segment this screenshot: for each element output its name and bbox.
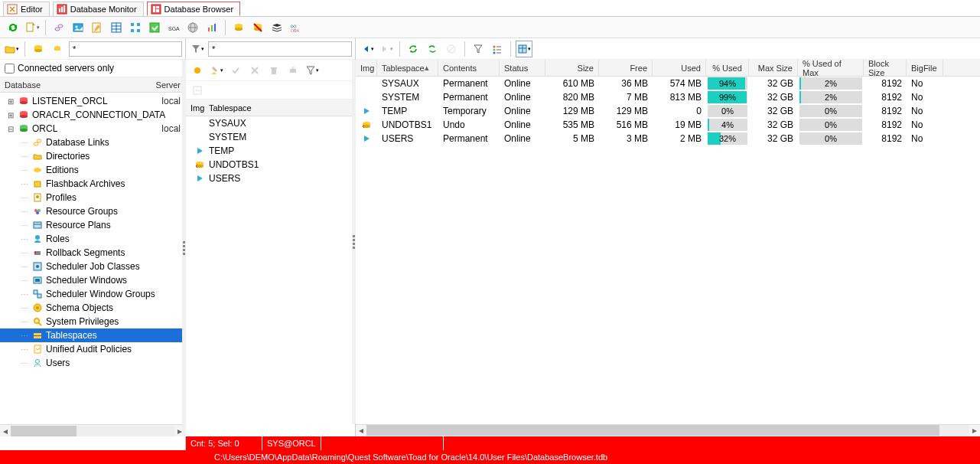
grid-header-cell[interactable]: BigFile — [907, 60, 943, 77]
tab-db-monitor[interactable]: Database Monitor — [53, 2, 144, 16]
role-icon — [31, 233, 44, 245]
table-row[interactable]: TEMPTemporaryOnline129 MB129 MB00%32 GB0… — [356, 104, 980, 118]
svg-rect-21 — [131, 29, 134, 32]
db-small-icon[interactable] — [31, 41, 47, 57]
image-icon[interactable] — [70, 19, 86, 36]
grid-view-icon[interactable]: ▾ — [516, 41, 532, 57]
mid-header-img[interactable]: Img — [186, 103, 209, 113]
marker-icon[interactable] — [189, 62, 206, 79]
tab-editor[interactable]: Editor — [3, 2, 50, 16]
database-tree[interactable]: ⊞LISTENER_ORCLlocal⊞ORACLR_CONNECTION_DA… — [0, 93, 185, 424]
tree-node[interactable]: ⋯Database Links — [0, 136, 185, 149]
grid-header-cell[interactable]: Contents — [438, 60, 500, 77]
edit-icon[interactable] — [89, 19, 106, 36]
tree-node[interactable]: ⊞ORACLR_CONNECTION_DATA — [0, 108, 185, 122]
tree-node[interactable]: ⋯System Privileges — [0, 315, 185, 328]
grid-header-cell[interactable]: Used — [653, 60, 706, 77]
broom-icon[interactable]: ▾ — [208, 62, 225, 79]
tree-twisty[interactable]: ⊞ — [6, 97, 15, 106]
tree-node[interactable]: ⊟ORCLlocal — [0, 122, 185, 136]
connected-only-checkbox[interactable] — [5, 64, 15, 74]
mid-header-ts[interactable]: Tablespace — [209, 103, 252, 113]
grid-cell: SYSTEM — [377, 90, 438, 104]
tree-node[interactable]: ⊞LISTENER_ORCLlocal — [0, 94, 185, 108]
new-doc-icon[interactable]: ▾ — [24, 19, 41, 36]
refresh-grid-icon[interactable] — [405, 41, 422, 57]
table-row[interactable]: SYSTEMPermanentOnline820 MB7 MB813 MB99%… — [356, 90, 980, 104]
tree-node[interactable]: ⋯Scheduler Windows — [0, 273, 185, 287]
table-row[interactable]: UNDOTBS1UndoOnline535 MB516 MB19 MB4%32 … — [356, 118, 980, 132]
table-row[interactable]: USERSPermanentOnline5 MB3 MB2 MB32%32 GB… — [356, 132, 980, 145]
left-splitter[interactable] — [182, 60, 186, 436]
grid-header-cell[interactable]: % Used of Max — [798, 60, 864, 77]
tree-twisty[interactable]: ⊞ — [6, 111, 15, 119]
tree-node[interactable]: ⋯Scheduler Job Classes — [0, 260, 185, 273]
grid-header-cell[interactable]: Block Size — [864, 60, 907, 77]
refresh-icon[interactable] — [5, 19, 21, 36]
tree-node[interactable]: ⋯Roles — [0, 232, 185, 246]
tree-icon[interactable] — [127, 19, 144, 36]
funnel-icon[interactable] — [470, 41, 487, 57]
tree-node-label: Schema Objects — [46, 302, 113, 313]
db-mini-icon[interactable] — [50, 41, 66, 57]
grid-header-cell[interactable]: Tablespace ▴ — [377, 60, 438, 77]
tree-node[interactable]: ⋯Flashback Archives — [0, 177, 185, 191]
tree-node[interactable]: ⋯Profiles — [0, 191, 185, 204]
tree-node[interactable]: ⋯Schema Objects — [0, 301, 185, 315]
table-icon[interactable] — [108, 19, 125, 36]
tablespace-grid[interactable]: ImgTablespace ▴ContentsStatusSizeFreeUse… — [356, 60, 980, 424]
tab-db-browser[interactable]: Database Browser — [147, 2, 241, 16]
svg-point-80 — [194, 67, 200, 74]
list-item[interactable]: USERS — [186, 172, 355, 185]
globe-icon[interactable] — [184, 19, 201, 36]
mid-filter-input[interactable] — [208, 41, 352, 57]
grid-cell — [356, 132, 377, 145]
open-folder-icon[interactable]: ▾ — [3, 41, 19, 57]
tree-node[interactable]: ⋯Scheduler Window Groups — [0, 287, 185, 301]
tree-header-col2[interactable]: Server — [156, 80, 181, 90]
tree-node[interactable]: ⋯Users — [0, 356, 185, 370]
list-item[interactable]: UNDOTBS1 — [186, 158, 355, 172]
grid-header-cell[interactable]: % Used — [706, 60, 749, 77]
grid-cell: 2 MB — [653, 132, 706, 145]
filter-funnel-icon[interactable]: ▾ — [189, 41, 206, 57]
refresh-all-icon[interactable] — [424, 41, 441, 57]
disconnect-icon[interactable] — [249, 19, 266, 36]
sga-icon[interactable]: SGA — [165, 19, 182, 36]
table-row[interactable]: SYSAUXPermanentOnline610 MB36 MB574 MB94… — [356, 77, 980, 90]
chart-icon[interactable] — [203, 19, 220, 36]
grid-header-cell[interactable]: Img — [356, 60, 377, 77]
separator — [45, 20, 46, 35]
list-item[interactable]: SYSTEM — [186, 130, 355, 144]
tablespace-list[interactable]: SYSAUXSYSTEMTEMPUNDOTBS1USERS — [186, 116, 355, 436]
list-view-icon[interactable] — [489, 41, 506, 57]
tree-node[interactable]: ⋯Rollback Segments — [0, 246, 185, 260]
extract-icon[interactable] — [146, 19, 163, 36]
back-icon[interactable]: ▾ — [359, 41, 376, 57]
left-hscroll[interactable]: ◂ ▸ — [0, 424, 185, 436]
grid-header-cell[interactable]: Max Size — [749, 60, 798, 77]
connect-icon[interactable] — [230, 19, 247, 36]
grid-header-cell[interactable]: Size — [545, 60, 599, 77]
list-item[interactable]: TEMP — [186, 144, 355, 158]
left-filter-input[interactable] — [69, 41, 182, 57]
ora-icon[interactable]: (x)ORA — [288, 19, 304, 36]
tree-twisty[interactable]: ⊟ — [6, 125, 15, 133]
filter2-icon[interactable]: ▾ — [304, 62, 321, 79]
tree-node[interactable]: ⋯Resource Plans — [0, 218, 185, 232]
tree-node[interactable]: ⋯Unified Audit Policies — [0, 342, 185, 356]
link-icon[interactable] — [50, 19, 67, 36]
tree-header-col1[interactable]: Database — [5, 80, 156, 90]
database-tree-pane: ▾ Connected servers only Database Server… — [0, 38, 186, 436]
tree-node[interactable]: ⋯Directories — [0, 149, 185, 163]
grid-cell: 574 MB — [653, 77, 706, 90]
tree-node[interactable]: ⋯Editions — [0, 163, 185, 177]
grid-header-cell[interactable]: Free — [599, 60, 653, 77]
tree-node[interactable]: ⋯Tablespaces — [0, 328, 185, 342]
right-hscroll[interactable]: ◂ ▸ — [356, 424, 980, 436]
list-item-label: SYSTEM — [209, 132, 246, 142]
tree-node[interactable]: ⋯Resource Groups — [0, 204, 185, 218]
grid-header-cell[interactable]: Status — [500, 60, 545, 77]
stack-icon[interactable] — [269, 19, 285, 36]
list-item[interactable]: SYSAUX — [186, 116, 355, 130]
